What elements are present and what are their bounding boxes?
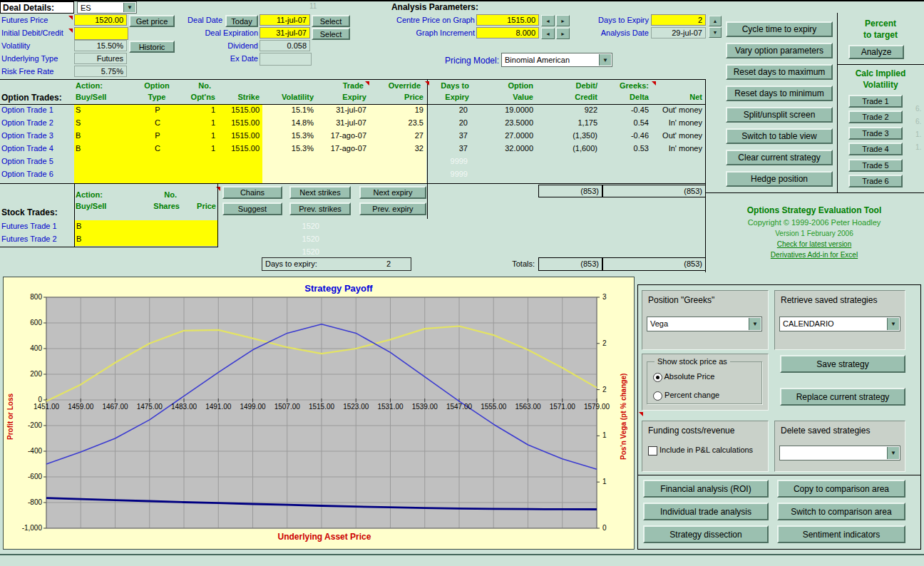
- save-strategy-button[interactable]: Save strategy: [780, 355, 905, 373]
- option-trade-net-cell[interactable]: Out' money: [650, 131, 702, 140]
- pricing-model-dropdown[interactable]: Binomial American ▼: [501, 53, 612, 67]
- action-button-clear-current-strategy[interactable]: Clear current strategy: [726, 150, 833, 165]
- option-trade-days-cell[interactable]: 37: [429, 144, 468, 153]
- implied-vol-trade-5-button[interactable]: Trade 5: [848, 159, 903, 172]
- switch-to-comparison-area-button[interactable]: Switch to comparison area: [777, 503, 905, 520]
- derivatives-addin-link[interactable]: Derivatives Add-in for Excel: [707, 251, 921, 259]
- action-button-hedge-position[interactable]: Hedge position: [726, 171, 833, 187]
- option-trade-delta-cell[interactable]: 0.53: [602, 144, 649, 153]
- option-trade-optns-cell[interactable]: 1: [178, 131, 215, 140]
- option-trade-debit-cell[interactable]: (1,600): [535, 144, 597, 153]
- centre-price-spin-left[interactable]: ◄: [541, 15, 555, 26]
- option-trade-strike-cell[interactable]: 1515.00: [214, 144, 260, 153]
- radio-absolute-price[interactable]: Absolute Price: [653, 372, 714, 382]
- action-button-switch-to-table-view[interactable]: Switch to table view: [726, 128, 833, 144]
- check-latest-version-link[interactable]: Check for latest version: [707, 240, 921, 248]
- option-trade-optns-cell[interactable]: 1: [178, 118, 215, 127]
- option-trade-expiry-cell[interactable]: 17-ago-07: [317, 131, 366, 140]
- copy-to-comparison-area-button[interactable]: Copy to comparison area: [777, 480, 905, 498]
- chevron-down-icon[interactable]: ▼: [887, 447, 899, 459]
- action-button-vary-option-parameters[interactable]: Vary option parameters: [726, 43, 833, 58]
- option-trade-override-cell[interactable]: 32: [371, 144, 423, 153]
- greeks-dropdown[interactable]: Vega ▼: [647, 317, 762, 331]
- graph-increment-spin-left[interactable]: ◄: [541, 28, 555, 39]
- individual-trade-analysis-button[interactable]: Individual trade analysis: [643, 503, 769, 520]
- ex-date-field[interactable]: [260, 53, 312, 66]
- initial-debit-field[interactable]: [74, 27, 128, 40]
- next-strikes-button[interactable]: Next strikes: [289, 186, 351, 199]
- option-trade-expiry-cell[interactable]: 17-ago-07: [317, 144, 366, 153]
- option-trade-strike-cell[interactable]: 1515.00: [214, 131, 260, 140]
- option-trade-action-cell[interactable]: B: [76, 131, 118, 140]
- option-trade-days-cell[interactable]: 20: [429, 106, 468, 114]
- strategy-dissection-button[interactable]: Strategy dissection: [643, 525, 769, 543]
- action-button-split-unsplit-screen[interactable]: Split/unsplit screen: [726, 107, 833, 123]
- option-trade-strike-cell[interactable]: 1515.00: [214, 118, 260, 127]
- option-trade-override-cell[interactable]: 19: [371, 106, 423, 114]
- prev-strikes-button[interactable]: Prev. strikes: [289, 202, 351, 215]
- implied-vol-trade-1-button[interactable]: Trade 1: [848, 95, 903, 108]
- implied-vol-trade-6-button[interactable]: Trade 6: [848, 175, 903, 187]
- option-trade-optns-cell[interactable]: 1: [178, 106, 215, 114]
- implied-vol-trade-3-button[interactable]: Trade 3: [848, 127, 903, 140]
- futures-price-field[interactable]: 1520.00: [74, 14, 127, 26]
- option-trade-type-cell[interactable]: P: [133, 131, 183, 140]
- delete-strategies-dropdown[interactable]: ▼: [779, 446, 900, 460]
- option-trade-net-cell[interactable]: Out' money: [650, 106, 702, 114]
- chains-button[interactable]: Chains: [222, 186, 282, 199]
- action-button-reset-days-to-maximum[interactable]: Reset days to maximum: [726, 64, 833, 80]
- option-trade-vol-cell[interactable]: 14.8%: [265, 118, 314, 127]
- days-to-expiry-field[interactable]: 2: [651, 14, 706, 26]
- select-deal-date-button[interactable]: Select: [312, 15, 350, 27]
- symbol-dropdown[interactable]: ES ▼: [77, 1, 137, 14]
- option-trade-vol-cell[interactable]: 15.1%: [265, 106, 314, 114]
- option-trade-delta-cell[interactable]: -0.45: [602, 106, 649, 114]
- chevron-down-icon[interactable]: ▼: [749, 318, 761, 330]
- option-trade-net-cell[interactable]: In' money: [650, 144, 702, 153]
- option-trade-override-cell[interactable]: 27: [371, 131, 423, 140]
- option-trade-days-cell[interactable]: 37: [429, 131, 468, 140]
- today-button[interactable]: Today: [225, 15, 258, 27]
- prev-expiry-button[interactable]: Prev. expiry: [359, 202, 426, 215]
- checkbox-icon[interactable]: [648, 446, 657, 456]
- stock-trade-action-field[interactable]: B: [76, 222, 81, 230]
- option-trade-days-cell[interactable]: 20: [429, 118, 468, 127]
- option-trade-action-cell[interactable]: S: [76, 106, 118, 114]
- option-trade-debit-cell[interactable]: 922: [535, 106, 597, 114]
- radio-percent-change[interactable]: Percent change: [653, 391, 719, 401]
- option-trade-optns-cell[interactable]: 1: [178, 144, 215, 153]
- option-trade-delta-cell[interactable]: -0.46: [602, 131, 649, 140]
- historic-button[interactable]: Historic: [129, 41, 175, 53]
- option-trade-expiry-cell[interactable]: 31-jul-07: [317, 118, 366, 127]
- chevron-down-icon[interactable]: ▼: [599, 54, 611, 66]
- option-trade-vol-cell[interactable]: 15.3%: [265, 131, 314, 140]
- centre-price-spin-right[interactable]: ►: [556, 15, 570, 26]
- analyze-button[interactable]: Analyze: [848, 45, 904, 59]
- deal-date-field[interactable]: 11-jul-07: [260, 14, 310, 26]
- implied-vol-trade-4-button[interactable]: Trade 4: [848, 143, 903, 155]
- option-trade-expiry-cell[interactable]: 31-jul-07: [317, 106, 366, 114]
- stock-trade-action-field[interactable]: B: [76, 235, 81, 243]
- replace-strategy-button[interactable]: Replace current strategy: [780, 388, 905, 406]
- action-button-reset-days-to-minimum[interactable]: Reset days to minimum: [726, 86, 833, 101]
- suggest-button[interactable]: Suggest: [222, 202, 282, 215]
- option-trade-value-cell[interactable]: 27.0000: [469, 131, 533, 140]
- retrieve-strategies-dropdown[interactable]: CALENDARIO ▼: [779, 317, 900, 331]
- graph-increment-spin-right[interactable]: ►: [556, 28, 570, 39]
- deal-expiration-field[interactable]: 31-jul-07: [260, 27, 310, 38]
- days-spin-down[interactable]: ▼: [709, 27, 722, 38]
- option-trade-debit-cell[interactable]: 1,175: [535, 118, 597, 127]
- option-trade-override-cell[interactable]: 23.5: [371, 118, 423, 127]
- option-trade-net-cell[interactable]: In' money: [650, 118, 702, 127]
- option-trade-delta-cell[interactable]: 0.54: [602, 118, 649, 127]
- option-trade-value-cell[interactable]: 32.0000: [469, 144, 533, 153]
- option-trade-action-cell[interactable]: B: [76, 144, 118, 153]
- graph-increment-field[interactable]: 8.000: [476, 27, 539, 38]
- option-trade-type-cell[interactable]: C: [133, 118, 183, 127]
- next-expiry-button[interactable]: Next expiry: [359, 186, 426, 199]
- financial-analysis-roi-button[interactable]: Financial analysis (ROI): [643, 480, 769, 498]
- sentiment-indicators-button[interactable]: Sentiment indicators: [777, 525, 905, 543]
- option-trade-value-cell[interactable]: 23.5000: [469, 118, 533, 127]
- chevron-down-icon[interactable]: ▼: [123, 3, 135, 12]
- option-trade-debit-cell[interactable]: (1,350): [535, 131, 597, 140]
